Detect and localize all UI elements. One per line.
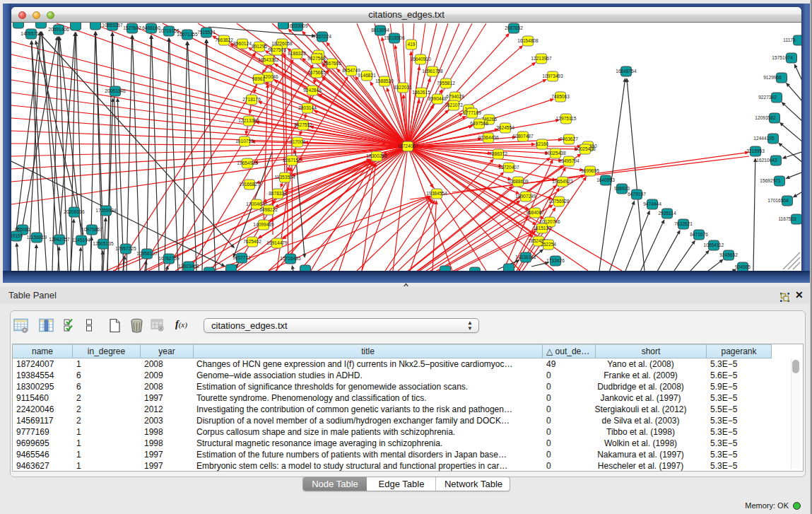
svg-text:9227342: 9227342: [758, 95, 777, 100]
svg-text:6466160: 6466160: [142, 25, 160, 30]
svg-text:8878334: 8878334: [269, 191, 287, 196]
svg-text:7625402: 7625402: [243, 239, 261, 244]
svg-text:2087652: 2087652: [505, 25, 523, 30]
svg-text:15495794: 15495794: [558, 158, 579, 163]
svg-text:19654923: 19654923: [552, 179, 573, 184]
svg-text:9684067: 9684067: [526, 210, 544, 215]
svg-text:9129966: 9129966: [763, 75, 782, 80]
svg-text:11353594: 11353594: [275, 175, 295, 180]
svg-text:1588520: 1588520: [375, 78, 394, 83]
svg-text:9242848: 9242848: [303, 88, 322, 93]
svg-text:1010755: 1010755: [235, 139, 254, 144]
svg-text:6794028: 6794028: [446, 94, 464, 99]
svg-text:14055714: 14055714: [20, 31, 42, 36]
svg-text:9657771: 9657771: [233, 255, 251, 260]
svg-text:9777169: 9777169: [463, 110, 481, 115]
svg-text:10025438: 10025438: [545, 151, 566, 156]
svg-text:16033809: 16033809: [287, 23, 308, 28]
svg-text:1167533: 1167533: [778, 216, 796, 221]
svg-text:8960124: 8960124: [233, 41, 252, 46]
svg-text:6498222: 6498222: [259, 207, 278, 212]
svg-text:14136141: 14136141: [515, 255, 536, 259]
svg-text:20053346: 20053346: [105, 88, 126, 93]
svg-text:10025438: 10025438: [575, 146, 596, 151]
svg-text:9327508: 9327508: [307, 56, 326, 61]
svg-text:10756928: 10756928: [548, 199, 570, 204]
svg-text:924565: 924565: [735, 264, 751, 269]
svg-text:19654935: 19654935: [237, 160, 258, 165]
svg-text:15716485: 15716485: [280, 256, 301, 261]
svg-text:8454749: 8454749: [342, 68, 360, 73]
svg-text:16961758: 16961758: [422, 69, 443, 74]
svg-text:1362615: 1362615: [412, 90, 430, 95]
svg-text:10688609: 10688609: [507, 179, 529, 184]
svg-text:9474444: 9474444: [643, 201, 661, 206]
svg-text:16782759: 16782759: [158, 256, 180, 261]
svg-text:12213383: 12213383: [238, 118, 259, 123]
svg-text:16210643: 16210643: [756, 158, 777, 163]
svg-text:18724007: 18724007: [397, 144, 418, 148]
svg-text:2935114: 2935114: [658, 211, 676, 216]
svg-text:8471676: 8471676: [690, 232, 708, 237]
svg-text:7632621: 7632621: [674, 221, 693, 226]
svg-text:10653267: 10653267: [102, 23, 123, 28]
svg-text:419: 419: [407, 42, 415, 47]
svg-text:1640953: 1640953: [596, 177, 615, 182]
svg-text:7485063: 7485063: [551, 94, 570, 99]
svg-text:11173: 11173: [783, 37, 796, 42]
svg-text:917004: 917004: [290, 139, 305, 144]
svg-text:9146821: 9146821: [358, 73, 376, 78]
svg-text:15692971: 15692971: [760, 178, 781, 183]
svg-text:1621072: 1621072: [445, 103, 463, 107]
svg-text:3675685: 3675685: [307, 70, 326, 75]
svg-text:16543362: 16543362: [258, 57, 279, 62]
svg-text:11156819: 11156819: [27, 235, 47, 240]
svg-text:15720407: 15720407: [498, 165, 519, 170]
svg-text:17016504: 17016504: [767, 198, 789, 203]
svg-text:20206516: 20206516: [64, 209, 85, 214]
svg-text:16671355: 16671355: [177, 32, 198, 37]
svg-text:18300295: 18300295: [366, 153, 387, 158]
svg-text:12093582: 12093582: [755, 115, 776, 120]
svg-text:9463627: 9463627: [560, 136, 578, 141]
svg-text:6479197: 6479197: [628, 192, 646, 197]
svg-text:16914479: 16914479: [266, 240, 288, 245]
svg-text:20691406: 20691406: [48, 27, 69, 32]
svg-text:9699695: 9699695: [581, 168, 599, 173]
svg-text:8990448: 8990448: [428, 96, 447, 101]
svg-text:1733426: 1733426: [546, 258, 565, 263]
svg-text:18907249: 18907249: [515, 194, 536, 199]
svg-text:7663822: 7663822: [215, 37, 233, 42]
svg-text:2803144: 2803144: [298, 105, 317, 110]
svg-text:1145194: 1145194: [72, 238, 90, 243]
svg-text:10654112: 10654112: [704, 243, 724, 247]
svg-text:7515521: 7515521: [197, 30, 216, 35]
svg-text:16154808: 16154808: [517, 38, 539, 43]
svg-text:10973493: 10973493: [542, 74, 563, 78]
svg-text:8322031: 8322031: [394, 85, 412, 90]
svg-text:15751074: 15751074: [772, 55, 793, 60]
svg-text:6497568: 6497568: [470, 121, 488, 126]
svg-text:62160: 62160: [536, 141, 549, 146]
svg-text:39159: 39159: [11, 233, 23, 238]
svg-text:20364436: 20364436: [478, 135, 499, 140]
svg-text:8427552: 8427552: [294, 122, 312, 127]
svg-text:10975867: 10975867: [81, 227, 102, 232]
svg-text:9827503: 9827503: [268, 47, 286, 52]
svg-text:12213967: 12213967: [531, 56, 552, 61]
svg-text:252254: 252254: [541, 242, 556, 247]
svg-text:98961: 98961: [252, 76, 266, 81]
svg-text:12942757: 12942757: [49, 237, 70, 242]
svg-text:17957225: 17957225: [115, 246, 136, 251]
svg-text:12505135: 12505135: [93, 241, 114, 246]
svg-text:14099489: 14099489: [253, 222, 274, 227]
svg-text:12444195: 12444195: [753, 136, 775, 141]
svg-text:7955812: 7955812: [437, 81, 455, 86]
svg-text:891295: 891295: [252, 44, 267, 49]
svg-text:10807487: 10807487: [512, 134, 534, 139]
svg-text:17359934: 17359934: [95, 208, 117, 213]
svg-text:8267150: 8267150: [283, 158, 301, 163]
svg-text:9245652: 9245652: [719, 252, 738, 257]
svg-text:19384554: 19384554: [426, 191, 447, 196]
svg-text:2867608: 2867608: [323, 61, 341, 66]
